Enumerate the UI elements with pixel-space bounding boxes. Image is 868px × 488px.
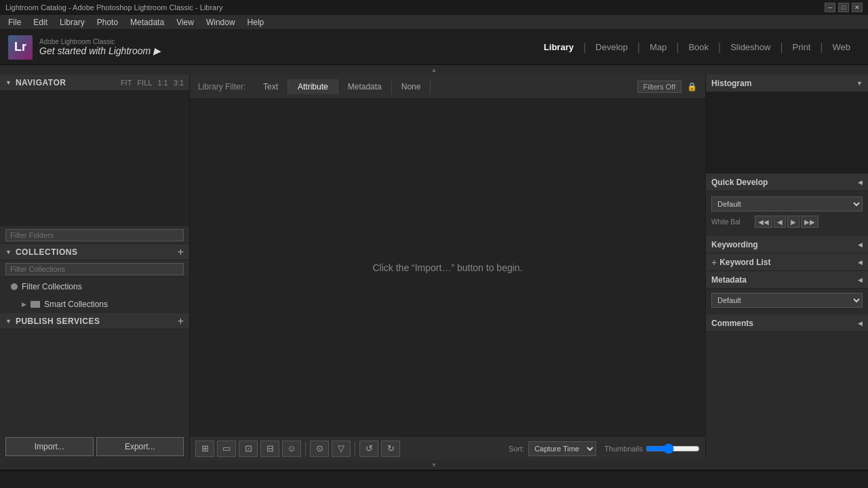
metadata-content: Default EXIF IPTC All Plug-in Metadata xyxy=(706,289,868,314)
smart-collections-label: Smart Collections xyxy=(44,300,108,309)
smart-collections-item[interactable]: ▶ Smart Collections xyxy=(0,296,189,313)
bottom-panel-arrow[interactable]: ▼ xyxy=(0,460,868,470)
filter-tab-attribute[interactable]: Attribute xyxy=(288,79,338,94)
bottom-toolbar: ⊞ ▭ ⊡ ⊟ ☺ ⊙ ▽ ↺ ↻ Sort: Capture Time Add… xyxy=(190,436,705,460)
title-bar-text: Lightroom Catalog - Adobe Photoshop Ligh… xyxy=(5,3,222,12)
collections-header[interactable]: ▼ Collections + xyxy=(0,244,189,260)
menu-view[interactable]: View xyxy=(171,16,199,28)
keyword-list-triangle: ◀ xyxy=(858,259,863,266)
keyword-list-header-left: + Keyword List xyxy=(711,257,771,268)
catalog-name-label[interactable]: Get started with Lightroom ▶ xyxy=(39,45,161,56)
top-panel-arrow[interactable]: ▲ xyxy=(0,65,868,75)
rotate-left-btn[interactable]: ↺ xyxy=(359,441,378,457)
metadata-preset-select[interactable]: Default EXIF IPTC All Plug-in Metadata xyxy=(711,293,863,308)
collections-list-item[interactable]: Filter Collections xyxy=(0,278,189,296)
menu-photo[interactable]: Photo xyxy=(92,16,123,28)
qd-wb-plus-sm-btn[interactable]: ▶ xyxy=(787,216,800,228)
module-print[interactable]: Print xyxy=(783,39,821,55)
histogram-triangle: ▼ xyxy=(856,80,863,87)
module-book[interactable]: Book xyxy=(679,39,718,55)
navigator-controls: FIT FILL 1:1 3:1 xyxy=(121,79,184,87)
menu-library[interactable]: Library xyxy=(54,16,90,28)
menu-bar: File Edit Library Photo Metadata View Wi… xyxy=(0,15,868,30)
module-slideshow[interactable]: Slideshow xyxy=(721,39,780,55)
survey-view-btn[interactable]: ⊟ xyxy=(260,441,279,457)
collections-add-icon[interactable]: + xyxy=(178,246,184,258)
qd-wb-plus-btn[interactable]: ▶▶ xyxy=(801,216,818,228)
folders-section xyxy=(0,226,189,244)
left-panel: ▼ Navigator FIT FILL 1:1 3:1 xyxy=(0,75,190,460)
filter-folders-input[interactable] xyxy=(5,229,184,241)
comments-label: Comments xyxy=(711,319,753,328)
publish-add-icon[interactable]: + xyxy=(178,315,184,327)
menu-window[interactable]: Window xyxy=(201,16,241,28)
comments-triangle: ◀ xyxy=(858,320,863,327)
filter-lock-icon[interactable]: 🔒 xyxy=(687,82,697,92)
sort-select[interactable]: Capture Time Added Order Edit Time Edit … xyxy=(528,441,596,456)
keyword-list-label: Keyword List xyxy=(719,258,770,267)
filter-bar: Library Filter: Text Attribute Metadata … xyxy=(190,75,705,99)
quick-develop-header[interactable]: Quick Develop ◀ xyxy=(706,174,868,191)
loupe-view-btn[interactable]: ▭ xyxy=(217,441,236,457)
keywording-header[interactable]: Keywording ◀ xyxy=(706,236,868,253)
comments-header[interactable]: Comments ◀ xyxy=(706,314,868,332)
keyword-list-header[interactable]: + Keyword List ◀ xyxy=(706,253,868,271)
keyword-list-plus-icon[interactable]: + xyxy=(711,257,717,268)
import-button[interactable]: Import... xyxy=(5,437,94,456)
navigator-header-left: ▼ Navigator xyxy=(5,78,66,87)
minimize-button[interactable]: ─ xyxy=(825,3,835,12)
filter-tab-metadata[interactable]: Metadata xyxy=(338,79,392,94)
qd-preset-select[interactable]: Default Custom xyxy=(711,197,863,211)
title-bar-controls: ─ □ ✕ xyxy=(825,3,863,12)
filter-tab-text[interactable]: Text xyxy=(254,79,288,94)
identity-plate: Lr Adobe Lightroom Classic Get started w… xyxy=(8,35,161,60)
menu-file[interactable]: File xyxy=(3,16,26,28)
filter-btn[interactable]: ▽ xyxy=(332,441,351,457)
module-map[interactable]: Map xyxy=(640,39,676,55)
collections-header-left: ▼ Collections xyxy=(5,247,77,257)
histogram-label: Histogram xyxy=(711,79,751,88)
compare-view-btn[interactable]: ⊡ xyxy=(239,441,258,457)
navigator-zoom2[interactable]: 3:1 xyxy=(174,79,184,87)
sort-label: Sort: xyxy=(509,445,524,453)
people-view-btn[interactable]: ☺ xyxy=(282,441,301,457)
filters-off-badge[interactable]: Filters Off xyxy=(637,81,682,93)
grid-view-btn[interactable]: ⊞ xyxy=(195,441,214,457)
publish-services-section: ▼ Publish Services + xyxy=(0,313,189,329)
histogram-header[interactable]: Histogram ▼ xyxy=(706,75,868,92)
spray-btn[interactable]: ⊙ xyxy=(310,441,329,457)
navigator-fit[interactable]: FIT xyxy=(121,79,132,87)
main-view: Click the “Import…” button to begin. xyxy=(190,99,705,436)
filter-bar-tabs: Text Attribute Metadata None xyxy=(254,79,431,94)
import-export-bar: Import... Export... xyxy=(0,433,189,460)
navigator-header[interactable]: ▼ Navigator FIT FILL 1:1 3:1 xyxy=(0,75,189,91)
module-develop[interactable]: Develop xyxy=(586,39,637,55)
maximize-button[interactable]: □ xyxy=(838,3,849,12)
metadata-section: Metadata ◀ Default EXIF IPTC All Plug-in… xyxy=(706,271,868,314)
navigator-fill[interactable]: FILL xyxy=(137,79,152,87)
qd-wb-btn-group: ◀◀ ◀ ▶ ▶▶ xyxy=(755,216,818,228)
close-button[interactable]: ✕ xyxy=(852,3,863,12)
identity-text: Adobe Lightroom Classic Get started with… xyxy=(39,38,161,56)
menu-help[interactable]: Help xyxy=(242,16,270,28)
filter-collections-input[interactable] xyxy=(5,263,184,275)
navigator-zoom1[interactable]: 1:1 xyxy=(157,79,167,87)
module-web[interactable]: Web xyxy=(823,39,861,55)
publish-header-left: ▼ Publish Services xyxy=(5,317,100,326)
publish-services-header[interactable]: ▼ Publish Services + xyxy=(0,313,189,329)
menu-metadata[interactable]: Metadata xyxy=(125,16,170,28)
menu-edit[interactable]: Edit xyxy=(28,16,53,28)
histogram-content xyxy=(706,92,868,174)
thumbnails-slider[interactable] xyxy=(646,443,700,454)
main-layout: ▼ Navigator FIT FILL 1:1 3:1 xyxy=(0,75,868,460)
qd-wb-minus-sm-btn[interactable]: ◀ xyxy=(774,216,786,228)
module-library[interactable]: Library xyxy=(534,39,583,55)
qd-wb-minus-btn[interactable]: ◀◀ xyxy=(755,216,772,228)
export-button[interactable]: Export... xyxy=(96,437,184,456)
metadata-header[interactable]: Metadata ◀ xyxy=(706,271,868,289)
metadata-triangle: ◀ xyxy=(858,277,863,283)
filmstrip: □ 2 ⊞ ◀ ▶ All Photographs 0 photos ▼ Fil… xyxy=(0,470,868,488)
filter-tab-none[interactable]: None xyxy=(392,79,431,94)
nav-modules: Library | Develop | Map | Book | Slidesh… xyxy=(534,39,860,55)
rotate-right-btn[interactable]: ↻ xyxy=(381,441,400,457)
